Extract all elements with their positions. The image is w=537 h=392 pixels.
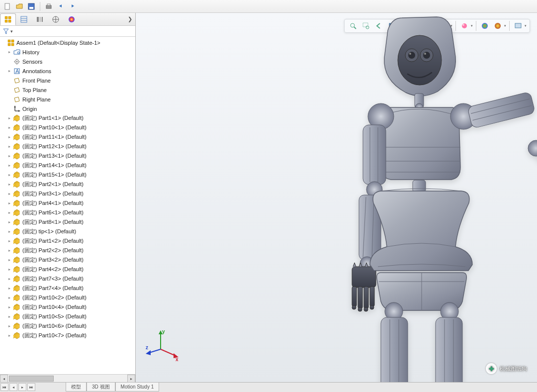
- scroll-left-icon[interactable]: ◂: [0, 375, 8, 383]
- tree-node[interactable]: ▸(固定) Part7<4> (Default): [0, 284, 135, 293]
- bottom-tab-strip: ⏮ ◂ ▸ ⏭ 模型3D 视图Motion Study 1: [0, 382, 537, 392]
- tree-node[interactable]: Origin: [0, 104, 135, 113]
- expander-icon[interactable]: ▸: [7, 50, 12, 55]
- expander-icon[interactable]: ▸: [7, 277, 12, 282]
- tab-dimxpert[interactable]: [48, 13, 64, 25]
- tree-node[interactable]: ▸(固定) Part3<1> (Default): [0, 189, 135, 198]
- tab-nav-next-icon[interactable]: ▸: [18, 383, 26, 391]
- tree-node-label: (固定) Part8<1> (Default): [22, 218, 84, 226]
- panel-expand-icon[interactable]: ❯: [124, 16, 135, 22]
- qa-print-icon[interactable]: [44, 2, 53, 11]
- expander-icon[interactable]: ▸: [7, 116, 12, 121]
- tree-node[interactable]: ▸(固定) Part10<2> (Default): [0, 293, 135, 302]
- tree-node[interactable]: ▸(固定) Part8<1> (Default): [0, 217, 135, 227]
- tab-feature-tree[interactable]: [0, 13, 16, 25]
- tree-node[interactable]: ▸(固定) Part6<1> (Default): [0, 208, 135, 217]
- expander-icon[interactable]: [1, 40, 6, 45]
- filter-icon[interactable]: [2, 27, 10, 35]
- expander-icon[interactable]: ▸: [7, 248, 12, 253]
- bottom-tab[interactable]: 模型: [66, 383, 87, 392]
- expander-icon[interactable]: ▸: [7, 125, 12, 130]
- tree-node[interactable]: ▸AAnnotations: [0, 66, 135, 76]
- tree-node[interactable]: ▸(固定) Part1<2> (Default): [0, 236, 135, 246]
- expander-icon[interactable]: ▸: [7, 173, 12, 178]
- graphics-area[interactable]: ▾ ▾ ▾ ▾ ▾ ▾ ▾: [136, 13, 537, 382]
- tree-node[interactable]: ▸(固定) Part4<2> (Default): [0, 265, 135, 274]
- expander-icon[interactable]: [7, 59, 12, 64]
- tree-node[interactable]: Assem1 (Default<Display State-1>: [0, 38, 135, 47]
- scroll-thumb[interactable]: [9, 376, 54, 382]
- model-robot[interactable]: [272, 13, 537, 382]
- expander-icon[interactable]: ▸: [7, 135, 12, 140]
- expander-icon[interactable]: ▸: [7, 69, 12, 74]
- tree-node[interactable]: ▸(固定) Part14<1> (Default): [0, 161, 135, 170]
- qa-redo-icon[interactable]: [68, 2, 77, 11]
- expander-icon[interactable]: ▸: [7, 201, 12, 206]
- qa-save-icon[interactable]: [27, 2, 36, 11]
- tree-node[interactable]: ▸(固定) Part10<6> (Default): [0, 321, 135, 331]
- tree-node[interactable]: ▸History: [0, 47, 135, 57]
- tree-node[interactable]: ▸(固定) Part3<2> (Default): [0, 255, 135, 265]
- expander-icon[interactable]: ▸: [7, 305, 12, 310]
- scroll-right-icon[interactable]: ▸: [127, 375, 135, 383]
- expander-icon[interactable]: ▸: [7, 258, 12, 263]
- bottom-tab[interactable]: 3D 视图: [87, 383, 115, 392]
- expander-icon[interactable]: ▸: [7, 210, 12, 215]
- expander-icon[interactable]: ▸: [7, 229, 12, 234]
- tree-node[interactable]: ▸(固定) Part2<2> (Default): [0, 246, 135, 255]
- axis-z-label: z: [146, 345, 148, 350]
- qa-new-icon[interactable]: [3, 2, 12, 11]
- expander-icon[interactable]: ▸: [7, 163, 12, 168]
- expander-icon[interactable]: [7, 78, 12, 83]
- tree-node[interactable]: ▸(固定) Part1<1> (Default): [0, 113, 135, 123]
- expander-icon[interactable]: ▸: [7, 267, 12, 272]
- tree-node[interactable]: ▸(固定) Part10<1> (Default): [0, 123, 135, 132]
- qa-undo-icon[interactable]: [56, 2, 65, 11]
- tab-nav-prev-icon[interactable]: ◂: [9, 383, 17, 391]
- part-icon: [13, 124, 21, 132]
- qa-open-icon[interactable]: [15, 2, 24, 11]
- tab-nav-last-icon[interactable]: ⏭: [27, 383, 35, 391]
- tree-node[interactable]: ▸(固定) Part2<1> (Default): [0, 180, 135, 189]
- expander-icon[interactable]: ▸: [7, 333, 12, 338]
- tree-node[interactable]: ▸(固定) Part13<1> (Default): [0, 151, 135, 161]
- expander-icon[interactable]: [7, 88, 12, 93]
- feature-tree[interactable]: Assem1 (Default<Display State-1>▸History…: [0, 37, 135, 374]
- tab-property-manager[interactable]: [16, 13, 32, 25]
- expander-icon[interactable]: ▸: [7, 154, 12, 159]
- tree-node[interactable]: Front Plane: [0, 76, 135, 85]
- expander-icon[interactable]: ▸: [7, 239, 12, 244]
- expander-icon[interactable]: ▸: [7, 144, 12, 149]
- tree-node[interactable]: Right Plane: [0, 95, 135, 104]
- watermark-icon: ✚: [486, 363, 497, 374]
- expander-icon[interactable]: ▸: [7, 220, 12, 225]
- svg-rect-58: [364, 287, 368, 308]
- filter-dropdown-icon[interactable]: ▾: [10, 29, 13, 34]
- tree-node[interactable]: ▸(固定) Part15<1> (Default): [0, 170, 135, 180]
- tab-nav-first-icon[interactable]: ⏮: [0, 383, 8, 391]
- tab-appearances[interactable]: [64, 13, 80, 25]
- expander-icon[interactable]: ▸: [7, 286, 12, 291]
- tree-node[interactable]: ▸(固定) Part4<1> (Default): [0, 198, 135, 208]
- tree-node[interactable]: ▸(固定) Part7<3> (Default): [0, 274, 135, 284]
- tree-node[interactable]: ▸(固定) Part10<7> (Default): [0, 331, 135, 340]
- tree-node[interactable]: ▸(固定) tip<1> (Default): [0, 227, 135, 236]
- tree-node[interactable]: Top Plane: [0, 85, 135, 95]
- expander-icon[interactable]: ▸: [7, 192, 12, 196]
- expander-icon[interactable]: ▸: [7, 295, 12, 300]
- tree-node[interactable]: Sensors: [0, 57, 135, 66]
- tree-horizontal-scrollbar[interactable]: ◂ ▸: [0, 374, 135, 382]
- tree-node[interactable]: ▸(固定) Part11<1> (Default): [0, 132, 135, 142]
- expander-icon[interactable]: [7, 106, 12, 111]
- orientation-triad[interactable]: y x z: [146, 327, 180, 362]
- tree-node[interactable]: ▸(固定) Part12<1> (Default): [0, 142, 135, 151]
- expander-icon[interactable]: ▸: [7, 324, 12, 329]
- expander-icon[interactable]: ▸: [7, 182, 12, 187]
- tree-node[interactable]: ▸(固定) Part10<4> (Default): [0, 302, 135, 312]
- bottom-tab[interactable]: Motion Study 1: [115, 383, 160, 392]
- tab-configuration-manager[interactable]: [32, 13, 48, 25]
- tree-node[interactable]: ▸(固定) Part10<5> (Default): [0, 312, 135, 321]
- part-icon: [13, 285, 21, 293]
- expander-icon[interactable]: [7, 97, 12, 102]
- expander-icon[interactable]: ▸: [7, 314, 12, 319]
